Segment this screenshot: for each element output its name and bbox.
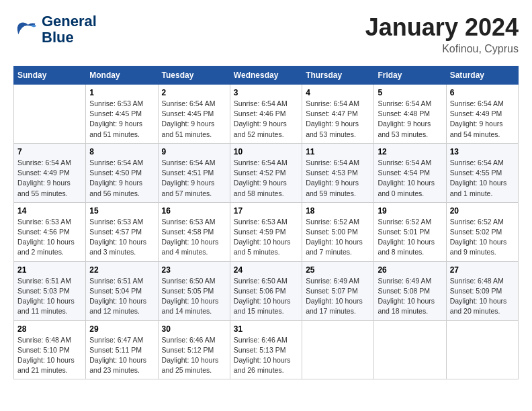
- day-info: Sunrise: 6:50 AM Sunset: 5:06 PM Dayligh…: [234, 276, 298, 317]
- day-number: 7: [17, 147, 82, 156]
- day-info: Sunrise: 6:49 AM Sunset: 5:07 PM Dayligh…: [306, 276, 370, 317]
- day-info: Sunrise: 6:53 AM Sunset: 4:58 PM Dayligh…: [162, 217, 226, 258]
- day-number: 13: [450, 147, 515, 156]
- day-number: 10: [234, 147, 298, 156]
- calendar-cell: 5Sunrise: 6:54 AM Sunset: 4:48 PM Daylig…: [374, 85, 446, 144]
- day-info: Sunrise: 6:54 AM Sunset: 4:54 PM Dayligh…: [378, 158, 442, 199]
- calendar-cell: 3Sunrise: 6:54 AM Sunset: 4:46 PM Daylig…: [230, 85, 302, 144]
- calendar-cell: 10Sunrise: 6:54 AM Sunset: 4:52 PM Dayli…: [230, 143, 302, 202]
- day-number: 31: [234, 324, 298, 334]
- logo-icon: [13, 17, 38, 42]
- header-sunday: Sunday: [14, 66, 86, 85]
- calendar-cell: 27Sunrise: 6:48 AM Sunset: 5:09 PM Dayli…: [446, 261, 518, 320]
- day-info: Sunrise: 6:54 AM Sunset: 4:48 PM Dayligh…: [378, 99, 442, 140]
- calendar-cell: 31Sunrise: 6:46 AM Sunset: 5:13 PM Dayli…: [230, 320, 302, 379]
- day-number: 21: [17, 265, 82, 275]
- day-info: Sunrise: 6:46 AM Sunset: 5:12 PM Dayligh…: [162, 335, 226, 376]
- calendar-cell: 12Sunrise: 6:54 AM Sunset: 4:54 PM Dayli…: [374, 143, 446, 202]
- day-info: Sunrise: 6:54 AM Sunset: 4:50 PM Dayligh…: [89, 158, 154, 199]
- day-info: Sunrise: 6:49 AM Sunset: 5:08 PM Dayligh…: [378, 276, 442, 317]
- day-info: Sunrise: 6:52 AM Sunset: 5:01 PM Dayligh…: [378, 217, 442, 258]
- day-info: Sunrise: 6:54 AM Sunset: 4:53 PM Dayligh…: [306, 158, 370, 199]
- logo: General Blue: [13, 13, 97, 46]
- calendar-cell: 9Sunrise: 6:54 AM Sunset: 4:51 PM Daylig…: [158, 143, 230, 202]
- header-friday: Friday: [374, 66, 446, 85]
- day-info: Sunrise: 6:53 AM Sunset: 4:59 PM Dayligh…: [234, 217, 298, 258]
- calendar-cell: 21Sunrise: 6:51 AM Sunset: 5:03 PM Dayli…: [14, 261, 86, 320]
- location-title: Kofinou, Cyprus: [365, 43, 519, 55]
- calendar-cell: 7Sunrise: 6:54 AM Sunset: 4:49 PM Daylig…: [14, 143, 86, 202]
- calendar-header-row: SundayMondayTuesdayWednesdayThursdayFrid…: [14, 66, 519, 85]
- header-saturday: Saturday: [446, 66, 518, 85]
- calendar-cell: 11Sunrise: 6:54 AM Sunset: 4:53 PM Dayli…: [302, 143, 374, 202]
- day-number: 26: [378, 265, 442, 275]
- day-info: Sunrise: 6:54 AM Sunset: 4:49 PM Dayligh…: [17, 158, 82, 199]
- day-info: Sunrise: 6:50 AM Sunset: 5:05 PM Dayligh…: [162, 276, 226, 317]
- calendar-cell: 1Sunrise: 6:53 AM Sunset: 4:45 PM Daylig…: [86, 85, 158, 144]
- day-number: 22: [89, 265, 154, 275]
- day-info: Sunrise: 6:51 AM Sunset: 5:03 PM Dayligh…: [17, 276, 82, 317]
- day-number: 11: [306, 147, 370, 156]
- day-number: 15: [89, 206, 154, 216]
- day-number: 1: [89, 88, 154, 97]
- calendar-cell: 20Sunrise: 6:52 AM Sunset: 5:02 PM Dayli…: [446, 202, 518, 261]
- day-info: Sunrise: 6:54 AM Sunset: 4:52 PM Dayligh…: [234, 158, 298, 199]
- day-info: Sunrise: 6:48 AM Sunset: 5:09 PM Dayligh…: [450, 276, 515, 317]
- calendar-week-row: 7Sunrise: 6:54 AM Sunset: 4:49 PM Daylig…: [14, 143, 519, 202]
- calendar-table: SundayMondayTuesdayWednesdayThursdayFrid…: [13, 66, 519, 379]
- calendar-cell: 26Sunrise: 6:49 AM Sunset: 5:08 PM Dayli…: [374, 261, 446, 320]
- day-number: 8: [89, 147, 154, 156]
- day-number: 20: [450, 206, 515, 216]
- day-info: Sunrise: 6:54 AM Sunset: 4:51 PM Dayligh…: [162, 158, 226, 199]
- logo-line1: General: [42, 13, 97, 30]
- calendar-cell: [374, 320, 446, 379]
- calendar-cell: [446, 320, 518, 379]
- day-number: 18: [306, 206, 370, 216]
- calendar-week-row: 21Sunrise: 6:51 AM Sunset: 5:03 PM Dayli…: [14, 261, 519, 320]
- day-info: Sunrise: 6:53 AM Sunset: 4:56 PM Dayligh…: [17, 217, 82, 258]
- calendar-cell: 18Sunrise: 6:52 AM Sunset: 5:00 PM Dayli…: [302, 202, 374, 261]
- day-number: 2: [162, 88, 226, 97]
- day-number: 23: [162, 265, 226, 275]
- day-info: Sunrise: 6:54 AM Sunset: 4:46 PM Dayligh…: [234, 99, 298, 140]
- calendar-cell: [14, 85, 86, 144]
- day-number: 5: [378, 88, 442, 97]
- day-number: 4: [306, 88, 370, 97]
- day-info: Sunrise: 6:52 AM Sunset: 5:00 PM Dayligh…: [306, 217, 370, 258]
- day-number: 16: [162, 206, 226, 216]
- calendar-cell: 22Sunrise: 6:51 AM Sunset: 5:04 PM Dayli…: [86, 261, 158, 320]
- page-header: General Blue January 2024 Kofinou, Cypru…: [13, 13, 519, 55]
- header-wednesday: Wednesday: [230, 66, 302, 85]
- day-info: Sunrise: 6:52 AM Sunset: 5:02 PM Dayligh…: [450, 217, 515, 258]
- header-tuesday: Tuesday: [158, 66, 230, 85]
- calendar-cell: 15Sunrise: 6:53 AM Sunset: 4:57 PM Dayli…: [86, 202, 158, 261]
- calendar-cell: 6Sunrise: 6:54 AM Sunset: 4:49 PM Daylig…: [446, 85, 518, 144]
- month-title: January 2024: [365, 13, 519, 42]
- day-number: 27: [450, 265, 515, 275]
- calendar-cell: 17Sunrise: 6:53 AM Sunset: 4:59 PM Dayli…: [230, 202, 302, 261]
- calendar-cell: 16Sunrise: 6:53 AM Sunset: 4:58 PM Dayli…: [158, 202, 230, 261]
- day-number: 19: [378, 206, 442, 216]
- day-number: 28: [17, 324, 82, 334]
- calendar-cell: 8Sunrise: 6:54 AM Sunset: 4:50 PM Daylig…: [86, 143, 158, 202]
- day-number: 30: [162, 324, 226, 334]
- day-info: Sunrise: 6:53 AM Sunset: 4:45 PM Dayligh…: [89, 99, 154, 140]
- calendar-cell: 4Sunrise: 6:54 AM Sunset: 4:47 PM Daylig…: [302, 85, 374, 144]
- calendar-cell: 14Sunrise: 6:53 AM Sunset: 4:56 PM Dayli…: [14, 202, 86, 261]
- day-info: Sunrise: 6:48 AM Sunset: 5:10 PM Dayligh…: [17, 335, 82, 376]
- calendar-week-row: 14Sunrise: 6:53 AM Sunset: 4:56 PM Dayli…: [14, 202, 519, 261]
- day-number: 6: [450, 88, 515, 97]
- day-number: 29: [89, 324, 154, 334]
- calendar-cell: 24Sunrise: 6:50 AM Sunset: 5:06 PM Dayli…: [230, 261, 302, 320]
- calendar-week-row: 1Sunrise: 6:53 AM Sunset: 4:45 PM Daylig…: [14, 85, 519, 144]
- day-info: Sunrise: 6:53 AM Sunset: 4:57 PM Dayligh…: [89, 217, 154, 258]
- calendar-cell: [302, 320, 374, 379]
- calendar-cell: 28Sunrise: 6:48 AM Sunset: 5:10 PM Dayli…: [14, 320, 86, 379]
- header-thursday: Thursday: [302, 66, 374, 85]
- calendar-week-row: 28Sunrise: 6:48 AM Sunset: 5:10 PM Dayli…: [14, 320, 519, 379]
- day-info: Sunrise: 6:54 AM Sunset: 4:49 PM Dayligh…: [450, 99, 515, 140]
- day-number: 14: [17, 206, 82, 216]
- title-block: January 2024 Kofinou, Cyprus: [365, 13, 519, 55]
- day-number: 17: [234, 206, 298, 216]
- day-info: Sunrise: 6:54 AM Sunset: 4:47 PM Dayligh…: [306, 99, 370, 140]
